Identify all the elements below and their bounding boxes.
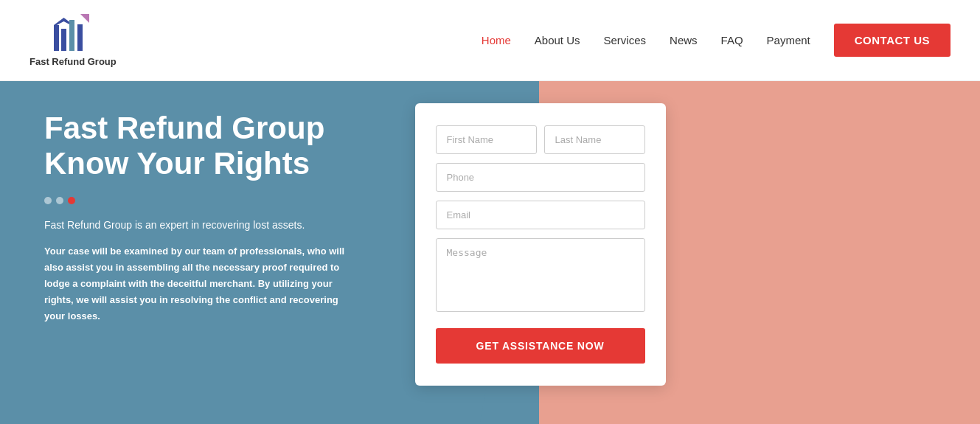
contact-button[interactable]: CONTACT US (834, 24, 951, 57)
navigation: Home About Us Services News FAQ Payment … (482, 24, 951, 57)
message-row (436, 238, 645, 312)
phone-input[interactable] (436, 163, 645, 192)
contact-form-card: GET ASSISTANCE NOW (415, 103, 666, 386)
email-row (436, 201, 645, 229)
nav-faq[interactable]: FAQ (721, 34, 743, 46)
first-name-input[interactable] (436, 125, 537, 154)
hero-content: Fast Refund Group Know Your Rights Fast … (44, 111, 361, 324)
svg-marker-5 (80, 14, 89, 23)
email-input[interactable] (436, 201, 645, 229)
nav-payment[interactable]: Payment (767, 34, 810, 46)
hero-title: Fast Refund Group Know Your Rights (44, 111, 361, 182)
logo-text: Fast Refund Group (29, 56, 117, 67)
hero-section: Fast Refund Group Know Your Rights Fast … (0, 81, 980, 424)
svg-rect-4 (77, 24, 83, 51)
logo: Fast Refund Group (29, 14, 117, 67)
dot-3[interactable] (68, 197, 75, 204)
hero-description-1: Fast Refund Group is an expert in recove… (44, 218, 361, 233)
phone-row (436, 163, 645, 192)
last-name-input[interactable] (544, 125, 645, 154)
hero-description-2: Your case will be examined by our team o… (44, 243, 361, 324)
nav-home[interactable]: Home (482, 34, 511, 46)
nav-news[interactable]: News (670, 34, 698, 46)
nav-services[interactable]: Services (604, 34, 647, 46)
nav-about[interactable]: About Us (535, 34, 580, 46)
dot-2[interactable] (56, 197, 63, 204)
dot-1[interactable] (44, 197, 52, 204)
submit-button[interactable]: GET ASSISTANCE NOW (436, 328, 645, 364)
svg-rect-2 (61, 29, 66, 51)
svg-rect-0 (54, 25, 59, 51)
logo-icon (51, 14, 95, 55)
carousel-dots (44, 197, 361, 204)
svg-rect-3 (69, 20, 74, 51)
header: Fast Refund Group Home About Us Services… (0, 0, 980, 81)
name-row (436, 125, 645, 154)
message-input[interactable] (436, 238, 645, 312)
